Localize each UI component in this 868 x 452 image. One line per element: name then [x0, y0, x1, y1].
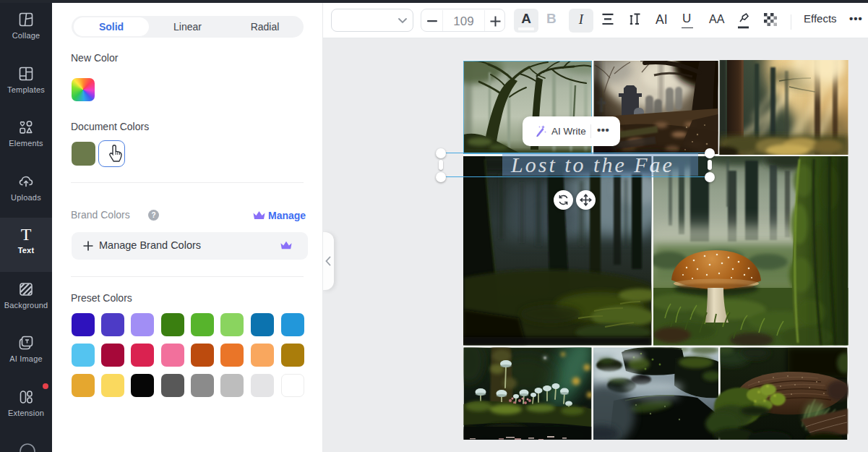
svg-text:?: ?: [151, 211, 155, 219]
svg-text:Lost to the Fae: Lost to the Fae: [510, 153, 674, 176]
